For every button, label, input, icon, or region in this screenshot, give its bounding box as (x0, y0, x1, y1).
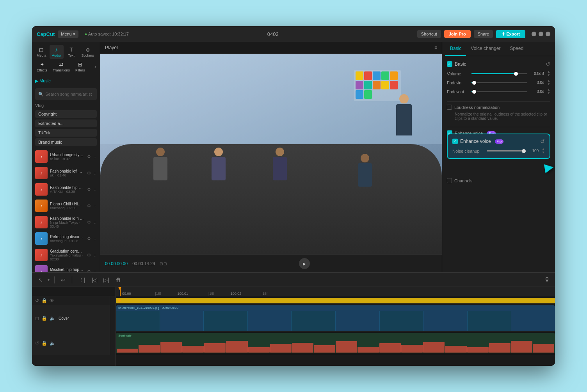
popup-header: ✓ Enhance voice Pro ↺ (452, 138, 545, 144)
song-settings-btn[interactable]: ⚙ (86, 153, 92, 160)
song-download-btn[interactable]: ↓ (93, 203, 97, 209)
cat-copyright[interactable]: Copyright (35, 110, 97, 118)
song-settings-btn[interactable]: ⚙ (86, 170, 92, 176)
song-info: Fashionable lo-fi chill out R.... Ninja … (50, 216, 84, 228)
search-input[interactable] (45, 92, 99, 96)
player-menu-icon[interactable]: ≡ (434, 45, 437, 50)
song-download-btn[interactable]: ↓ (93, 252, 97, 258)
stepper-down[interactable]: ▼ (542, 151, 545, 154)
list-item[interactable]: ♪ Urban lounge style BGM(114.... re-lax … (32, 148, 100, 165)
cat-brand[interactable]: Brand music (35, 138, 97, 146)
song-download-btn[interactable]: ↓ (93, 268, 97, 273)
audio-waveform (116, 339, 555, 353)
sidebar-tab-stickers[interactable]: ☺ Stickers (79, 45, 96, 59)
delete-btn[interactable]: 🗑 (114, 275, 123, 285)
track-lock-btn[interactable]: 🔒 (41, 315, 47, 321)
cat-extracted[interactable]: Extracted a... (35, 119, 97, 127)
window-close[interactable] (546, 32, 550, 36)
stepper-down[interactable]: ▼ (547, 74, 550, 77)
play-button[interactable]: ▶ (299, 258, 310, 269)
window-minimize[interactable] (532, 32, 536, 36)
loudness-checkbox[interactable] (447, 105, 452, 110)
mic-btn[interactable]: 🎙 (544, 276, 550, 283)
list-item[interactable]: ♪ Fashionable hip-hop for com.... A.TAKU… (32, 181, 100, 198)
list-item[interactable]: ♪ Fashionable lofi hip hop(116.... uki ·… (32, 165, 100, 181)
song-settings-btn[interactable]: ⚙ (86, 268, 92, 273)
title-bar: CapCut Menu ▾ ● Auto saved: 10:32:17 040… (32, 26, 555, 42)
track-lock-btn[interactable]: 🔒 (41, 298, 47, 303)
stepper-down[interactable]: ▼ (547, 83, 550, 86)
sidebar-tab-audio[interactable]: ♪ Audio (50, 45, 64, 59)
tab-voice-changer[interactable]: Voice changer (466, 42, 505, 56)
fade-in-stepper[interactable]: ▲ ▼ (547, 79, 550, 86)
popup-reset-button[interactable]: ↺ (540, 138, 545, 144)
song-download-btn[interactable]: ↓ (93, 170, 97, 176)
track-speaker-btn[interactable]: 🔈 (50, 340, 55, 346)
song-settings-btn[interactable]: ⚙ (86, 219, 92, 226)
player-controls: 00:00:00:00 00:00:14:29 ⊡ ⊡ ▶ (100, 255, 442, 272)
audio-clip[interactable]: Soulmate (116, 333, 555, 353)
song-thumb: ♪ (35, 183, 48, 196)
song-download-btn[interactable]: ↓ (93, 153, 97, 160)
fade-in-slider[interactable] (471, 82, 527, 83)
track-loop-btn[interactable]: ↺ (35, 340, 39, 346)
stepper-up[interactable]: ▲ (547, 88, 550, 91)
music-link[interactable]: ▶ Music (35, 78, 97, 84)
stepper-up[interactable]: ▲ (542, 148, 545, 151)
section-reset-button[interactable]: ↺ (546, 61, 550, 67)
sidebar-tab-filters[interactable]: ⊞ Filters (73, 60, 87, 74)
volume-slider[interactable] (471, 73, 527, 74)
song-download-btn[interactable]: ↓ (93, 235, 97, 242)
audio-icon: ♪ (55, 46, 58, 53)
song-settings-btn[interactable]: ⚙ (86, 235, 92, 242)
track-square-btn[interactable]: ◻ (35, 315, 39, 321)
video-clip[interactable]: shutterstock_1931215979.jpg 00:00:05:00 (116, 305, 555, 331)
player-header: Player ≡ (100, 42, 442, 54)
share-button[interactable]: Share (474, 30, 493, 38)
track-loop-btn[interactable]: ↺ (35, 298, 39, 303)
undo-btn[interactable]: ↩ (59, 275, 67, 285)
join-pro-button[interactable]: Join Pro (444, 30, 471, 38)
volume-stepper[interactable]: ▲ ▼ (547, 70, 550, 77)
fade-out-slider[interactable] (471, 91, 527, 92)
select-tool-btn[interactable]: ↖ (37, 275, 44, 285)
export-button[interactable]: ⬆ Export (496, 30, 525, 38)
list-item[interactable]: ♪ Piano / Chill / Hip Hop / Fas.... erac… (32, 198, 100, 214)
frame-indicators: ⊡ ⊡ (160, 262, 167, 266)
list-item[interactable]: ♪ Refreshing disco house Nori ... onemog… (32, 230, 100, 247)
sidebar-tab-media[interactable]: ◻ Media (34, 45, 49, 59)
shortcut-button[interactable]: Shortcut (417, 30, 441, 38)
song-settings-btn[interactable]: ⚙ (86, 252, 92, 258)
channels-checkbox[interactable] (447, 178, 452, 183)
sidebar-tab-text[interactable]: T Text (64, 45, 78, 59)
sidebar-tab-effects[interactable]: ✦ Effects (34, 60, 50, 74)
menu-button[interactable]: Menu ▾ (58, 30, 78, 38)
stepper-down[interactable]: ▼ (547, 92, 550, 95)
tab-basic[interactable]: Basic (445, 42, 466, 56)
cat-tiktok[interactable]: TikTok (35, 129, 97, 137)
sidebar-more-button[interactable]: › (93, 62, 98, 71)
fade-out-stepper[interactable]: ▲ ▼ (547, 88, 550, 95)
track-speaker-btn[interactable]: 🔈 (50, 315, 55, 321)
trim-left-btn[interactable]: |◁ (90, 275, 99, 285)
gold-clip[interactable] (116, 298, 555, 303)
stepper-up[interactable]: ▲ (547, 79, 550, 82)
song-download-btn[interactable]: ↓ (93, 186, 97, 193)
trim-right-btn[interactable]: ▷| (102, 275, 111, 285)
window-maximize[interactable] (539, 32, 543, 36)
list-item[interactable]: ♪ Mischief. hip hop. B(1160627) table_1 … (32, 263, 100, 272)
noise-stepper[interactable]: ▲ ▼ (542, 148, 545, 154)
song-settings-btn[interactable]: ⚙ (86, 186, 92, 193)
song-download-btn[interactable]: ↓ (93, 219, 97, 226)
select-dropdown[interactable]: ▾ (48, 278, 50, 282)
noise-slider[interactable] (487, 150, 524, 151)
list-item[interactable]: ♪ Graduation ceremony: Impre.... Takayam… (32, 247, 100, 263)
song-settings-btn[interactable]: ⚙ (86, 203, 92, 209)
track-lock-btn[interactable]: 🔒 (41, 340, 47, 346)
track-eye-btn[interactable]: 👁 (50, 298, 54, 303)
sidebar-tab-transitions[interactable]: ⇄ Transitions (50, 60, 72, 74)
tab-speed[interactable]: Speed (505, 42, 528, 56)
stepper-up[interactable]: ▲ (547, 70, 550, 73)
split-btn[interactable]: ⋮| (77, 275, 87, 285)
list-item[interactable]: ♪ Fashionable lo-fi chill out R.... Ninj… (32, 214, 100, 230)
